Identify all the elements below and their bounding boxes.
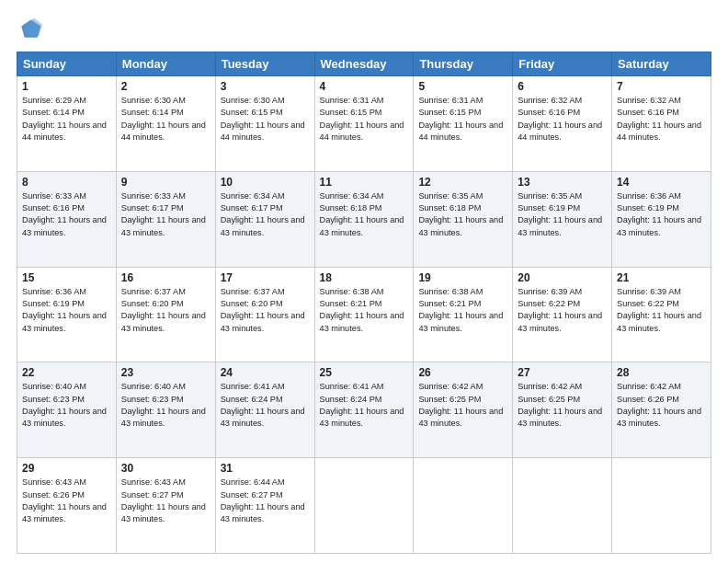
calendar-cell: 29Sunrise: 6:43 AMSunset: 6:26 PMDayligh… [17,458,117,554]
cell-content: Sunrise: 6:38 AMSunset: 6:21 PMDaylight:… [418,286,507,335]
day-number: 27 [518,366,607,379]
calendar-cell: 4Sunrise: 6:31 AMSunset: 6:15 PMDaylight… [314,76,414,172]
cell-content: Sunrise: 6:37 AMSunset: 6:20 PMDaylight:… [221,286,310,335]
day-number: 17 [221,271,310,284]
cell-content: Sunrise: 6:42 AMSunset: 6:25 PMDaylight:… [418,381,507,430]
day-number: 22 [22,366,111,379]
cell-content: Sunrise: 6:36 AMSunset: 6:19 PMDaylight:… [22,286,111,335]
calendar-header-row: SundayMondayTuesdayWednesdayThursdayFrid… [17,52,711,76]
day-number: 14 [617,176,706,189]
calendar-cell: 25Sunrise: 6:41 AMSunset: 6:24 PMDayligh… [314,362,414,458]
calendar-cell [314,458,414,554]
cell-content: Sunrise: 6:33 AMSunset: 6:16 PMDaylight:… [22,190,111,239]
day-number: 10 [221,176,310,189]
calendar-cell: 6Sunrise: 6:32 AMSunset: 6:16 PMDaylight… [513,76,612,172]
cell-content: Sunrise: 6:34 AMSunset: 6:18 PMDaylight:… [320,190,409,239]
calendar-cell: 22Sunrise: 6:40 AMSunset: 6:23 PMDayligh… [17,362,117,458]
day-number: 15 [22,271,111,284]
calendar-week-5: 29Sunrise: 6:43 AMSunset: 6:26 PMDayligh… [17,458,711,554]
calendar-cell: 31Sunrise: 6:44 AMSunset: 6:27 PMDayligh… [215,458,314,554]
cell-content: Sunrise: 6:40 AMSunset: 6:23 PMDaylight:… [121,381,210,430]
day-number: 12 [418,176,507,189]
cell-content: Sunrise: 6:37 AMSunset: 6:20 PMDaylight:… [121,286,210,335]
calendar-cell: 1Sunrise: 6:29 AMSunset: 6:14 PMDaylight… [17,76,117,172]
calendar-cell: 26Sunrise: 6:42 AMSunset: 6:25 PMDayligh… [414,362,513,458]
cell-content: Sunrise: 6:38 AMSunset: 6:21 PMDaylight:… [320,286,409,335]
cell-content: Sunrise: 6:33 AMSunset: 6:17 PMDaylight:… [121,190,210,239]
day-number: 11 [320,176,409,189]
day-number: 8 [22,176,111,189]
cell-content: Sunrise: 6:29 AMSunset: 6:14 PMDaylight:… [22,95,111,144]
cell-content: Sunrise: 6:41 AMSunset: 6:24 PMDaylight:… [320,381,409,430]
day-number: 1 [22,80,111,93]
calendar-header-friday: Friday [513,52,612,76]
calendar-cell [612,458,711,554]
calendar-cell: 13Sunrise: 6:35 AMSunset: 6:19 PMDayligh… [513,171,612,267]
cell-content: Sunrise: 6:31 AMSunset: 6:15 PMDaylight:… [320,95,409,144]
day-number: 23 [121,366,210,379]
day-number: 19 [418,271,507,284]
calendar-header-thursday: Thursday [414,52,513,76]
day-number: 6 [518,80,607,93]
calendar-cell: 12Sunrise: 6:35 AMSunset: 6:18 PMDayligh… [414,171,513,267]
calendar-table: SundayMondayTuesdayWednesdayThursdayFrid… [17,52,711,554]
cell-content: Sunrise: 6:39 AMSunset: 6:22 PMDaylight:… [518,286,607,335]
day-number: 25 [320,366,409,379]
logo-icon [17,17,42,42]
cell-content: Sunrise: 6:31 AMSunset: 6:15 PMDaylight:… [418,95,507,144]
cell-content: Sunrise: 6:40 AMSunset: 6:23 PMDaylight:… [22,381,111,430]
calendar-cell: 19Sunrise: 6:38 AMSunset: 6:21 PMDayligh… [414,267,513,362]
cell-content: Sunrise: 6:36 AMSunset: 6:19 PMDaylight:… [617,190,706,239]
calendar-cell: 27Sunrise: 6:42 AMSunset: 6:25 PMDayligh… [513,362,612,458]
day-number: 3 [221,80,310,93]
day-number: 26 [418,366,507,379]
calendar-cell [513,458,612,554]
cell-content: Sunrise: 6:32 AMSunset: 6:16 PMDaylight:… [617,95,706,144]
cell-content: Sunrise: 6:35 AMSunset: 6:18 PMDaylight:… [418,190,507,239]
cell-content: Sunrise: 6:32 AMSunset: 6:16 PMDaylight:… [518,95,607,144]
calendar-cell: 30Sunrise: 6:43 AMSunset: 6:27 PMDayligh… [116,458,215,554]
calendar-header-wednesday: Wednesday [314,52,414,76]
calendar-cell: 21Sunrise: 6:39 AMSunset: 6:22 PMDayligh… [612,267,711,362]
calendar-cell [414,458,513,554]
calendar-cell: 9Sunrise: 6:33 AMSunset: 6:17 PMDaylight… [116,171,215,267]
day-number: 21 [617,271,706,284]
calendar-week-2: 8Sunrise: 6:33 AMSunset: 6:16 PMDaylight… [17,171,711,267]
cell-content: Sunrise: 6:30 AMSunset: 6:15 PMDaylight:… [221,95,310,144]
day-number: 13 [518,176,607,189]
day-number: 31 [221,462,310,475]
day-number: 30 [121,462,210,475]
day-number: 5 [418,80,507,93]
calendar-header-sunday: Sunday [17,52,117,76]
day-number: 9 [121,176,210,189]
calendar-cell: 17Sunrise: 6:37 AMSunset: 6:20 PMDayligh… [215,267,314,362]
calendar-cell: 15Sunrise: 6:36 AMSunset: 6:19 PMDayligh… [17,267,117,362]
header [17,17,711,42]
calendar-cell: 24Sunrise: 6:41 AMSunset: 6:24 PMDayligh… [215,362,314,458]
day-number: 2 [121,80,210,93]
calendar-cell: 11Sunrise: 6:34 AMSunset: 6:18 PMDayligh… [314,171,414,267]
calendar-cell: 10Sunrise: 6:34 AMSunset: 6:17 PMDayligh… [215,171,314,267]
page: SundayMondayTuesdayWednesdayThursdayFrid… [0,0,728,563]
calendar-cell: 3Sunrise: 6:30 AMSunset: 6:15 PMDaylight… [215,76,314,172]
cell-content: Sunrise: 6:43 AMSunset: 6:27 PMDaylight:… [121,477,210,525]
logo [17,17,46,42]
calendar-cell: 28Sunrise: 6:42 AMSunset: 6:26 PMDayligh… [612,362,711,458]
cell-content: Sunrise: 6:30 AMSunset: 6:14 PMDaylight:… [121,95,210,144]
cell-content: Sunrise: 6:35 AMSunset: 6:19 PMDaylight:… [518,190,607,239]
calendar-week-1: 1Sunrise: 6:29 AMSunset: 6:14 PMDaylight… [17,76,711,172]
calendar-header-saturday: Saturday [612,52,711,76]
calendar-week-3: 15Sunrise: 6:36 AMSunset: 6:19 PMDayligh… [17,267,711,362]
calendar-cell: 16Sunrise: 6:37 AMSunset: 6:20 PMDayligh… [116,267,215,362]
cell-content: Sunrise: 6:39 AMSunset: 6:22 PMDaylight:… [617,286,706,335]
cell-content: Sunrise: 6:42 AMSunset: 6:25 PMDaylight:… [518,381,607,430]
day-number: 7 [617,80,706,93]
calendar-cell: 5Sunrise: 6:31 AMSunset: 6:15 PMDaylight… [414,76,513,172]
calendar-cell: 7Sunrise: 6:32 AMSunset: 6:16 PMDaylight… [612,76,711,172]
calendar-cell: 18Sunrise: 6:38 AMSunset: 6:21 PMDayligh… [314,267,414,362]
day-number: 4 [320,80,409,93]
calendar-cell: 20Sunrise: 6:39 AMSunset: 6:22 PMDayligh… [513,267,612,362]
calendar-header-tuesday: Tuesday [215,52,314,76]
day-number: 20 [518,271,607,284]
calendar-cell: 14Sunrise: 6:36 AMSunset: 6:19 PMDayligh… [612,171,711,267]
